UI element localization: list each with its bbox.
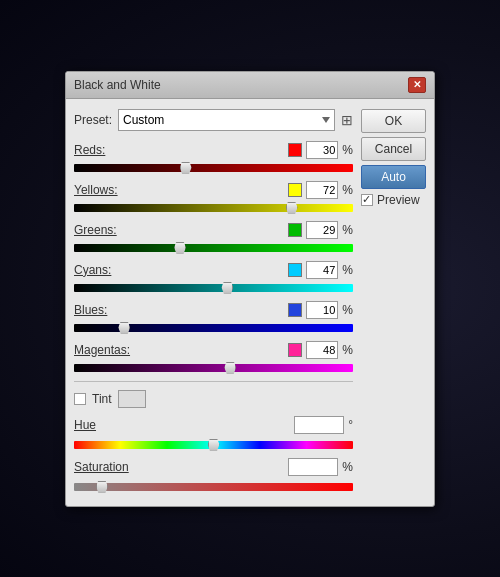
title-bar: Black and White ✕: [66, 72, 434, 99]
reds-label[interactable]: Reds:: [74, 143, 144, 157]
saturation-input[interactable]: [288, 458, 338, 476]
hue-slider-container[interactable]: [74, 438, 353, 452]
ok-button[interactable]: OK: [361, 109, 426, 133]
reds-track: [74, 164, 353, 172]
yellows-percent: %: [342, 183, 353, 197]
blues-track: [74, 324, 353, 332]
reds-slider-container[interactable]: [74, 161, 353, 175]
blues-thumb[interactable]: [118, 322, 130, 334]
saturation-slider-container[interactable]: [74, 480, 353, 494]
preset-select[interactable]: Custom: [118, 109, 335, 131]
preset-settings-icon[interactable]: ⊞: [341, 112, 353, 128]
preview-row: Preview: [361, 193, 426, 207]
reds-value-input[interactable]: [306, 141, 338, 159]
cyans-label[interactable]: Cyans:: [74, 263, 144, 277]
yellows-slider-container[interactable]: [74, 201, 353, 215]
blues-percent: %: [342, 303, 353, 317]
dialog-body: Preset: Custom ⊞ Reds: %: [66, 99, 434, 506]
reds-swatch: [288, 143, 302, 157]
preset-label: Preset:: [74, 113, 112, 127]
cyans-slider-container[interactable]: [74, 281, 353, 295]
greens-value-input[interactable]: [306, 221, 338, 239]
dialog-window: Black and White ✕ Preset: Custom ⊞ Reds:: [65, 71, 435, 507]
slider-row-reds: Reds: %: [74, 141, 353, 175]
slider-label-row-cyans: Cyans: %: [74, 261, 353, 279]
saturation-row: Saturation %: [74, 458, 353, 476]
saturation-label: Saturation: [74, 460, 144, 474]
slider-row-yellows: Yellows: %: [74, 181, 353, 215]
cyans-value-input[interactable]: [306, 261, 338, 279]
greens-swatch: [288, 223, 302, 237]
slider-label-row-reds: Reds: %: [74, 141, 353, 159]
greens-track: [74, 244, 353, 252]
greens-slider-container[interactable]: [74, 241, 353, 255]
slider-label-row-greens: Greens: %: [74, 221, 353, 239]
slider-label-row-blues: Blues: %: [74, 301, 353, 319]
dialog-title: Black and White: [74, 78, 161, 92]
preview-checkbox[interactable]: [361, 194, 373, 206]
auto-button[interactable]: Auto: [361, 165, 426, 189]
cyans-percent: %: [342, 263, 353, 277]
magentas-value-input[interactable]: [306, 341, 338, 359]
tint-label: Tint: [92, 392, 112, 406]
side-buttons: OK Cancel Auto Preview: [361, 109, 426, 496]
slider-label-row-yellows: Yellows: %: [74, 181, 353, 199]
saturation-unit: %: [342, 460, 353, 474]
hue-row: Hue °: [74, 416, 353, 434]
slider-row-cyans: Cyans: %: [74, 261, 353, 295]
hue-thumb[interactable]: [208, 439, 220, 451]
tint-color-swatch[interactable]: [118, 390, 146, 408]
reds-percent: %: [342, 143, 353, 157]
yellows-swatch: [288, 183, 302, 197]
tint-row: Tint: [74, 390, 353, 408]
slider-row-blues: Blues: %: [74, 301, 353, 335]
yellows-label[interactable]: Yellows:: [74, 183, 144, 197]
cyans-track: [74, 284, 353, 292]
preset-row: Preset: Custom ⊞: [74, 109, 353, 131]
main-content: Preset: Custom ⊞ Reds: %: [74, 109, 353, 496]
hue-input[interactable]: [294, 416, 344, 434]
greens-thumb[interactable]: [174, 242, 186, 254]
magentas-label[interactable]: Magentas:: [74, 343, 144, 357]
magentas-track: [74, 364, 353, 372]
saturation-thumb[interactable]: [96, 481, 108, 493]
cancel-button[interactable]: Cancel: [361, 137, 426, 161]
magentas-percent: %: [342, 343, 353, 357]
blues-slider-container[interactable]: [74, 321, 353, 335]
close-button[interactable]: ✕: [408, 77, 426, 93]
blues-swatch: [288, 303, 302, 317]
greens-label[interactable]: Greens:: [74, 223, 144, 237]
slider-row-magentas: Magentas: %: [74, 341, 353, 375]
blues-value-input[interactable]: [306, 301, 338, 319]
cyans-swatch: [288, 263, 302, 277]
magentas-swatch: [288, 343, 302, 357]
yellows-value-input[interactable]: [306, 181, 338, 199]
slider-row-greens: Greens: %: [74, 221, 353, 255]
slider-label-row-magentas: Magentas: %: [74, 341, 353, 359]
tint-checkbox[interactable]: [74, 393, 86, 405]
hue-label: Hue: [74, 418, 144, 432]
greens-percent: %: [342, 223, 353, 237]
yellows-thumb[interactable]: [286, 202, 298, 214]
yellows-track: [74, 204, 353, 212]
hue-unit: °: [348, 418, 353, 432]
divider: [74, 381, 353, 382]
cyans-thumb[interactable]: [221, 282, 233, 294]
reds-thumb[interactable]: [180, 162, 192, 174]
saturation-track: [74, 483, 353, 491]
blues-label[interactable]: Blues:: [74, 303, 144, 317]
magentas-slider-container[interactable]: [74, 361, 353, 375]
magentas-thumb[interactable]: [224, 362, 236, 374]
preview-label: Preview: [377, 193, 420, 207]
